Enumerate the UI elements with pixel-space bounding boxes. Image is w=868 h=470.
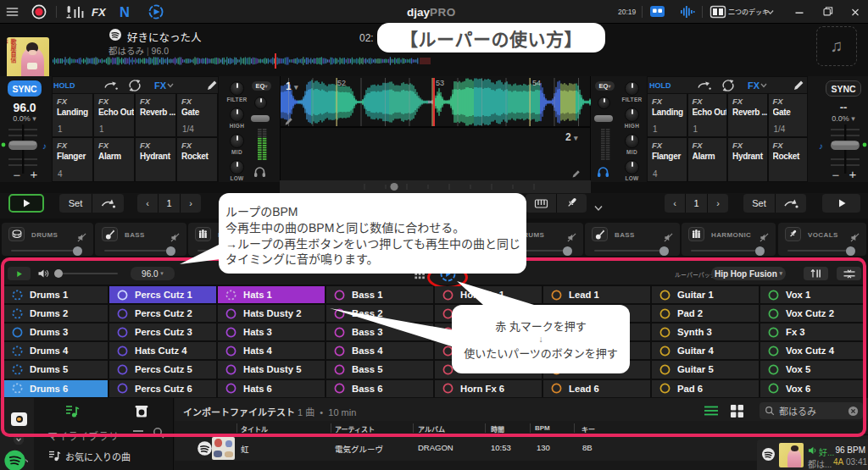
svg-text:♪: ♪ [42,141,47,151]
svg-text:FX: FX [154,80,167,91]
svg-text:♪: ♪ [819,141,823,151]
svg-text:FX: FX [748,80,760,91]
svg-text:N: N [120,4,130,19]
svg-text:FX: FX [92,6,107,19]
svg-text:二つのデッキ: 二つのデッキ [728,8,769,16]
